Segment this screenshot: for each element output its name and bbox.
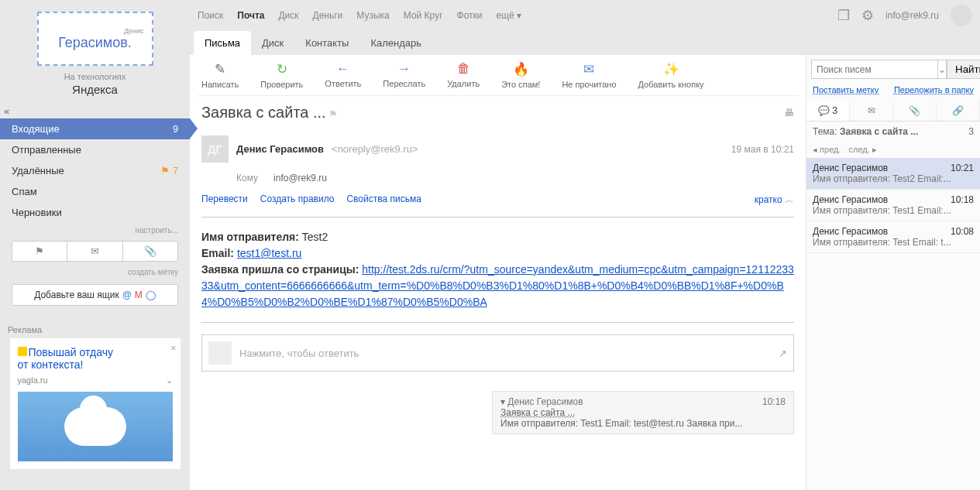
compose-icon: ✎ — [215, 61, 225, 77]
brief-toggle[interactable]: кратко ︿ — [755, 194, 794, 207]
sender-name: Денис Герасимов — [236, 143, 324, 155]
circle-icon: ◯ — [146, 290, 156, 300]
nav-disk[interactable]: Диск — [278, 10, 298, 21]
subject: Заявка с сайта ... — [201, 104, 326, 121]
move-folder-link[interactable]: Переложить в папку — [894, 85, 974, 94]
expand-icon[interactable]: ↗ — [779, 348, 787, 359]
search-button[interactable]: Найти — [947, 60, 980, 79]
thread-preview[interactable]: ▾ Денис Герасимов10:18 Заявка с сайта ..… — [492, 391, 794, 434]
flag-icon[interactable]: ⚑ — [328, 108, 338, 120]
triple-button: ⚑ ✉ 📎 — [12, 241, 178, 262]
properties-link[interactable]: Свойства письма — [346, 194, 421, 207]
envelope-icon: ✉ — [583, 61, 594, 77]
folder-sent[interactable]: Отправленные — [0, 139, 190, 160]
folder-label: Удалённые — [12, 165, 64, 176]
set-label-link[interactable]: Поставить метку — [813, 85, 879, 94]
spam-button[interactable]: 🔥Это спам! — [501, 61, 540, 89]
rtab-thread[interactable]: 💬 3 — [806, 101, 850, 121]
msg-item-2[interactable]: Денис Герасимов10:18 Имя отправителя: Te… — [806, 190, 980, 221]
tab-letters[interactable]: Письма — [194, 31, 251, 55]
nav-photos[interactable]: Фотки — [457, 10, 483, 21]
delete-button[interactable]: 🗑Удалить — [447, 61, 480, 89]
nav-music[interactable]: Музыка — [356, 10, 389, 21]
unread-button[interactable]: ✉Не прочитано — [562, 61, 616, 89]
tp-sender: Денис Герасимов — [507, 396, 583, 407]
rtab-envelope[interactable]: ✉ — [850, 101, 893, 121]
yandex-label: Яндекса — [72, 83, 118, 96]
folder-deleted[interactable]: Удалённые ⚑7 — [0, 160, 190, 181]
flag-button[interactable]: ⚑ — [12, 242, 67, 261]
create-rule-link[interactable]: Создать правило — [260, 194, 335, 207]
folder-inbox[interactable]: Входящие 9 — [0, 118, 190, 139]
reply-box[interactable]: Нажмите, чтобы ответить ↗ — [201, 334, 794, 372]
chevron-down-icon[interactable]: ⌄ — [166, 375, 173, 385]
ad-favicon — [18, 347, 27, 356]
add-mailbox-button[interactable]: Добавьте ваш ящик @ M ◯ — [12, 284, 178, 306]
forward-button[interactable]: →Переслать — [383, 61, 425, 89]
body-name-val: Test2 — [299, 231, 328, 243]
message-body: Имя отправителя: Test2 Email: test1@test… — [198, 221, 798, 318]
nav-mail[interactable]: Почта — [237, 10, 264, 21]
tp-snippet: Имя отправителя: Test1 Email: test@test.… — [500, 418, 786, 429]
right-tabs: 💬 3 ✉ 📎 🔗 — [806, 101, 980, 122]
nav-circle[interactable]: Мой Круг — [404, 10, 443, 21]
trash-icon: 🗑 — [457, 61, 470, 77]
ad-title: Повышай отдачу — [29, 346, 113, 358]
setup-link[interactable]: настроить... — [0, 226, 190, 235]
tab-calendar[interactable]: Календарь — [359, 31, 432, 55]
envelope-button[interactable]: ✉ — [67, 242, 122, 261]
print-icon[interactable]: 🖶 — [784, 107, 794, 118]
logo[interactable]: Денис Герасимов. — [37, 12, 153, 66]
ad-close-icon[interactable]: × — [170, 342, 177, 354]
reply-button[interactable]: ←Ответить — [325, 61, 361, 89]
tp-subject: Заявка с сайта ... — [500, 407, 786, 418]
translate-link[interactable]: Перевести — [201, 194, 248, 207]
msg-item-3[interactable]: Денис Герасимов10:08 Имя отправителя: Te… — [806, 221, 980, 253]
to-label: Кому — [236, 173, 258, 183]
tab-disk[interactable]: Диск — [251, 31, 294, 55]
refresh-icon: ↻ — [277, 61, 287, 77]
toolbar: ✎Написать ↻Проверить ←Ответить →Переслат… — [198, 55, 798, 96]
avatar[interactable] — [951, 5, 972, 26]
mi-preview: Имя отправителя: Test Email: t... — [813, 237, 974, 248]
body-email-link[interactable]: test1@test.ru — [237, 247, 301, 259]
next-link[interactable]: след. ▸ — [849, 145, 877, 155]
books-icon[interactable]: ❐ — [837, 7, 850, 24]
rtab-link[interactable]: 🔗 — [937, 101, 980, 121]
to-value: info@rek9.ru — [273, 173, 327, 183]
create-label-link[interactable]: создать метку — [0, 268, 190, 276]
folder-drafts[interactable]: Черновики — [0, 202, 190, 223]
search-input[interactable] — [811, 60, 938, 79]
message-date: 19 мая в 10:21 — [731, 144, 794, 155]
body-label-email: Email: — [201, 247, 234, 259]
nav-money[interactable]: Деньги — [313, 10, 343, 21]
attach-button[interactable]: 📎 — [123, 242, 177, 261]
nav-more[interactable]: ещё ▾ — [497, 10, 522, 21]
reply-placeholder: Нажмите, чтобы ответить — [239, 348, 771, 359]
tabs: Письма Диск Контакты Календарь — [190, 31, 432, 55]
sender-avatar: ДГ — [201, 135, 229, 163]
mi-preview: Имя отправителя: Test1 Email:... — [813, 205, 974, 216]
msg-item-1[interactable]: Денис Герасимов10:21 Имя отправителя: Te… — [806, 158, 980, 190]
ad-block[interactable]: × Повышай отдачу от контекста! yagla.ru⌄ — [10, 338, 181, 469]
mi-time: 10:21 — [951, 163, 974, 173]
sidebar: Денис Герасимов. На технологиях Яндекса … — [0, 0, 190, 490]
addbtn-button[interactable]: ✨Добавить кнопку — [638, 61, 704, 89]
add-mailbox-label: Добавьте ваш ящик — [34, 290, 119, 300]
body-label-page: Заявка пришла со страницы: — [201, 263, 359, 276]
rtab-attach[interactable]: 📎 — [893, 101, 937, 121]
prev-link[interactable]: ◂ пред. — [813, 145, 841, 155]
gear-icon[interactable]: ⚙ — [861, 7, 874, 24]
mi-preview: Имя отправителя: Test2 Email:... — [813, 173, 974, 184]
nav-search[interactable]: Поиск — [198, 10, 223, 21]
tab-contacts[interactable]: Контакты — [294, 31, 359, 55]
compose-button[interactable]: ✎Написать — [201, 61, 239, 89]
logo-name: Герасимов. — [58, 35, 132, 51]
search-dropdown[interactable]: ⌄ — [938, 60, 947, 79]
folder-count: 7 — [173, 166, 178, 176]
ad-image — [18, 392, 173, 461]
back-arrows-icon[interactable]: « — [0, 104, 190, 118]
check-button[interactable]: ↻Проверить — [260, 61, 303, 89]
user-email[interactable]: info@rek9.ru — [885, 10, 939, 21]
folder-spam[interactable]: Спам — [0, 181, 190, 202]
